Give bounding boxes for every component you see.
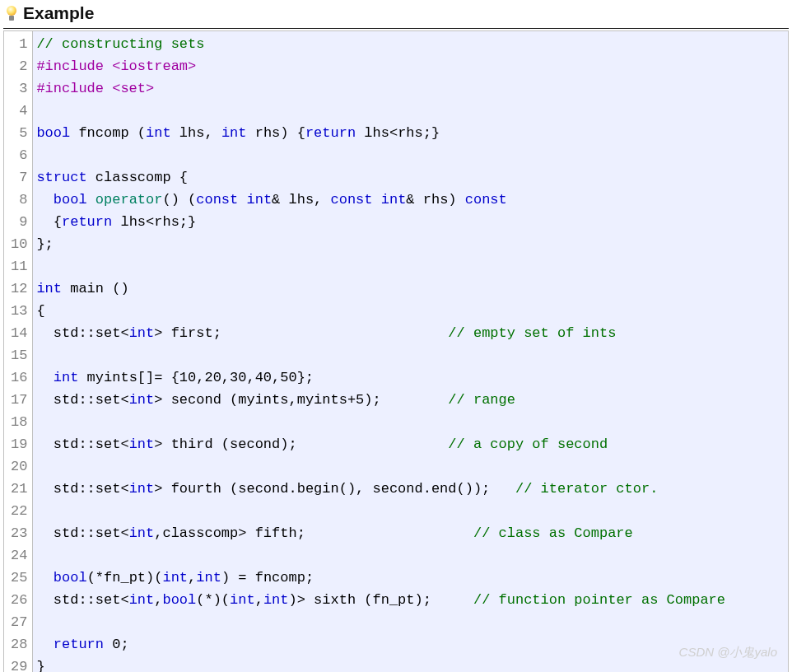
code-line: // constructing sets <box>36 33 785 55</box>
code-line: { <box>36 300 785 322</box>
code-token: int <box>230 592 255 608</box>
code-token: int <box>129 436 155 452</box>
code-token: bool <box>54 192 87 208</box>
code-token: int <box>129 592 155 608</box>
code-token: std::set< <box>54 325 129 341</box>
code-token: struct <box>36 170 86 185</box>
section-heading-row: Example <box>3 0 789 26</box>
code-token: int <box>146 125 171 141</box>
code-token <box>373 192 381 208</box>
code-token <box>87 192 96 208</box>
code-token: { <box>36 303 44 319</box>
code-token: const <box>196 192 238 208</box>
inline-comment: // range <box>448 392 515 408</box>
code-token: std::set< <box>54 525 129 541</box>
code-line: #include <iostream> <box>36 55 785 77</box>
code-line <box>36 344 785 366</box>
code-token: > third (second); <box>154 436 296 452</box>
code-token: const <box>331 192 373 208</box>
code-line <box>36 411 785 433</box>
code-token: lhs, <box>171 125 221 141</box>
code-token: int <box>162 570 188 586</box>
code-token: #include <set> <box>36 81 154 96</box>
code-token: int <box>129 392 155 408</box>
code-line <box>36 255 785 278</box>
code-line <box>36 455 785 478</box>
code-token: > first; <box>154 325 221 341</box>
code-token: std::set< <box>54 392 129 408</box>
inline-comment: // function pointer as Compare <box>473 592 725 608</box>
code-line: #include <set> <box>36 77 785 100</box>
code-token: ) = fncomp; <box>221 570 314 586</box>
code-line: struct classcomp { <box>36 166 785 189</box>
line-number: 15 <box>11 344 27 366</box>
code-token: operator <box>96 192 163 208</box>
code-token: , <box>255 592 263 608</box>
line-number: 10 <box>11 233 27 255</box>
code-token: > second (myints,myints+5); <box>154 392 380 408</box>
code-line: std::set<int> second (myints,myints+5); … <box>36 389 785 411</box>
line-number: 20 <box>11 455 27 478</box>
code-token: return <box>54 637 104 652</box>
code-line: } <box>36 656 785 672</box>
code-line: {return lhs<rhs;} <box>36 211 785 233</box>
code-token: myints[]= {10,20,30,40,50}; <box>78 370 314 385</box>
code-token: int <box>36 281 62 296</box>
code-token: ,classcomp> fifth; <box>154 525 305 541</box>
line-number: 27 <box>11 611 27 633</box>
line-number: 7 <box>11 166 27 189</box>
line-number: 2 <box>11 55 27 77</box>
code-token: int <box>129 325 155 341</box>
line-number: 9 <box>11 211 27 233</box>
code-token: int <box>54 370 79 385</box>
code-line: return 0; <box>36 633 785 656</box>
code-token: return <box>62 214 112 230</box>
code-token: std::set< <box>54 481 129 497</box>
code-line: std::set<int> third (second); // a copy … <box>36 433 785 455</box>
code-line: bool operator() (const int& lhs, const i… <box>36 189 785 211</box>
code-line: bool(*fn_pt)(int,int) = fncomp; <box>36 567 785 589</box>
line-number: 26 <box>11 589 27 611</box>
code-line: int main () <box>36 278 785 300</box>
code-line <box>36 544 785 567</box>
code-line <box>36 500 785 522</box>
code-line: std::set<int,classcomp> fifth; // class … <box>36 522 785 544</box>
code-token: (*fn_pt)( <box>87 570 163 586</box>
code-content: // constructing sets#include <iostream>#… <box>33 31 788 672</box>
code-line: std::set<int> fourth (second.begin(), se… <box>36 478 785 500</box>
code-token: & lhs, <box>272 192 330 208</box>
section-heading: Example <box>23 3 94 23</box>
code-token: lhs<rhs;} <box>356 125 440 141</box>
line-number: 25 <box>11 567 27 589</box>
heading-underline <box>3 28 789 29</box>
line-number-gutter: 1234567891011121314151617181920212223242… <box>4 31 33 672</box>
lightbulb-icon <box>5 4 18 22</box>
line-number: 29 <box>11 656 27 672</box>
code-token <box>238 192 246 208</box>
code-token: () ( <box>162 192 196 208</box>
code-token: int <box>246 192 272 208</box>
line-number: 4 <box>11 100 27 122</box>
code-line: bool fncomp (int lhs, int rhs) {return l… <box>36 122 785 144</box>
code-line: std::set<int,bool(*)(int,int)> sixth (fn… <box>36 589 785 611</box>
code-token: } <box>36 659 44 672</box>
code-token: #include <iostream> <box>36 58 196 74</box>
code-token: const <box>465 192 507 208</box>
code-line <box>36 144 785 166</box>
line-number: 16 <box>11 366 27 389</box>
code-line: }; <box>36 233 785 255</box>
line-number: 3 <box>11 77 27 100</box>
line-number: 21 <box>11 478 27 500</box>
line-number: 14 <box>11 322 27 344</box>
line-number: 5 <box>11 122 27 144</box>
code-line: std::set<int> first; // empty set of int… <box>36 322 785 344</box>
code-token: bool <box>36 125 70 141</box>
code-line <box>36 611 785 633</box>
line-number: 22 <box>11 500 27 522</box>
code-token: & rhs) <box>406 192 464 208</box>
line-number: 24 <box>11 544 27 567</box>
line-number: 11 <box>11 255 27 278</box>
code-token: int <box>196 570 221 586</box>
code-token: int <box>129 481 155 497</box>
code-token: 0; <box>104 637 129 652</box>
